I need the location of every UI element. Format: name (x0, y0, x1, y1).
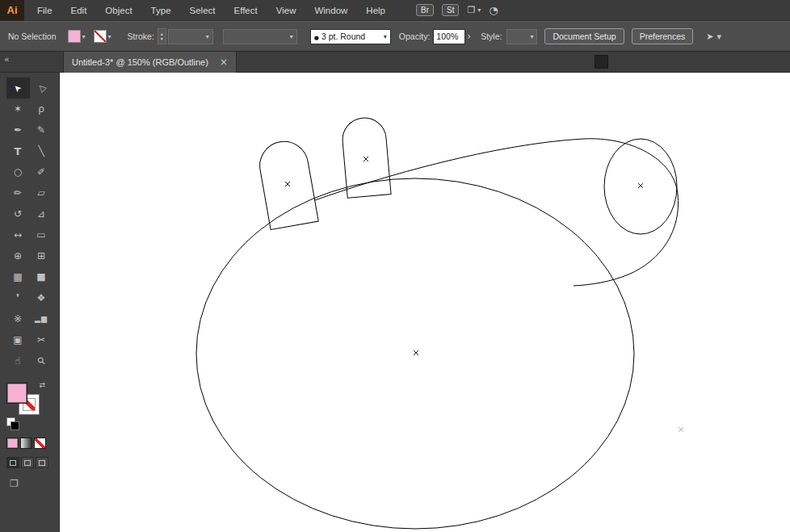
menu-view[interactable]: View (276, 6, 296, 15)
style-dropdown[interactable]: ▾ (506, 29, 537, 44)
zoom-tool[interactable]: ⚲ (30, 350, 53, 371)
document-tab-bar: « Untitled-3* @ 150% (RGB/Outline) × (0, 52, 790, 73)
stroke-color-combo[interactable]: ▾ (94, 30, 111, 43)
perspective-grid-tool-icon: ⊞ (37, 250, 45, 262)
chevron-down-icon[interactable]: ▾ (82, 33, 86, 40)
ellipse-tool[interactable]: ○ (6, 161, 30, 182)
selection-tool[interactable]: ➤ (6, 77, 30, 98)
hand-tool[interactable]: ☝ (6, 350, 30, 371)
width-profile-dropdown[interactable]: ▾ (223, 29, 297, 44)
menu-window[interactable]: Window (314, 6, 347, 15)
close-tab-icon[interactable]: × (220, 57, 228, 68)
menu-select[interactable]: Select (190, 6, 216, 15)
swap-fill-stroke-icon[interactable]: ⇄ (39, 381, 45, 389)
direct-selection-tool[interactable]: ▷ (30, 77, 53, 98)
chevron-down-icon[interactable]: ▾ (717, 31, 722, 42)
draw-inside-button[interactable] (36, 457, 48, 468)
screen-mode-button[interactable]: ❐ (10, 478, 59, 489)
stroke-label: Stroke: (128, 31, 154, 41)
collapse-panel-icon[interactable]: « (4, 54, 10, 65)
direct-selection-tool-icon: ▷ (35, 82, 47, 94)
chevron-down-icon: ▾ (384, 33, 387, 40)
stroke-weight-stepper[interactable]: ▴ ▾ (158, 28, 166, 44)
color-button[interactable] (6, 438, 19, 449)
panel-dock-tab[interactable] (595, 55, 608, 69)
brush-definition-value: 3 pt. Round (321, 31, 365, 41)
paintbrush-tool[interactable]: ✐ (30, 161, 53, 182)
mesh-tool[interactable]: ▦ (6, 266, 30, 287)
selection-status: No Selection (8, 31, 57, 41)
width-tool[interactable]: ↔ (6, 224, 30, 245)
head-outline[interactable] (315, 139, 679, 286)
tools-panel: ➤▷✶ρ✒✎T╲○✐✏▱↺⊿↔▭⊕⊞▦■❜❖※▂▆▣✂☝⚲ ⇄ ❐ (0, 73, 60, 532)
gradient-tool[interactable]: ■ (30, 266, 53, 287)
tools-grid: ➤▷✶ρ✒✎T╲○✐✏▱↺⊿↔▭⊕⊞▦■❜❖※▂▆▣✂☝⚲ (0, 77, 59, 371)
fill-indicator-swatch[interactable] (6, 383, 27, 404)
rotate-tool[interactable]: ↺ (6, 203, 30, 224)
perspective-grid-tool[interactable]: ⊞ (30, 245, 53, 266)
symbol-sprayer-tool[interactable]: ※ (6, 308, 30, 329)
drawing-mode-row (6, 457, 59, 468)
shaper-tool[interactable]: ✏ (6, 182, 30, 203)
slice-tool[interactable]: ✂ (30, 329, 53, 350)
document-tab[interactable]: Untitled-3* @ 150% (RGB/Outline) × (63, 52, 237, 73)
eraser-tool[interactable]: ▱ (30, 182, 53, 203)
eyedropper-tool[interactable]: ❜ (6, 287, 30, 308)
gradient-button[interactable] (20, 438, 32, 449)
default-fill-stroke-icon[interactable] (6, 417, 15, 426)
curvature-tool[interactable]: ✎ (30, 119, 53, 140)
chevron-down-icon[interactable]: ▾ (108, 33, 111, 40)
opacity-panel-arrow-icon[interactable]: › (467, 31, 471, 42)
none-button[interactable] (34, 438, 46, 449)
eraser-tool-icon: ▱ (37, 187, 44, 199)
free-transform-tool-icon: ▭ (36, 229, 45, 241)
draw-behind-button[interactable] (21, 457, 34, 468)
shape-builder-tool-icon: ⊕ (14, 250, 22, 262)
gradient-tool-icon: ■ (36, 271, 45, 283)
type-tool[interactable]: T (6, 140, 30, 161)
slice-tool-icon: ✂ (37, 334, 45, 346)
shaper-tool-icon: ✏ (14, 187, 22, 199)
menubar: Ai FileEditObjectTypeSelectEffectViewWin… (0, 0, 790, 21)
menu-help[interactable]: Help (366, 6, 385, 15)
stock-button[interactable]: St (442, 4, 459, 16)
brush-definition-dropdown[interactable]: ● 3 pt. Round ▾ (310, 29, 391, 44)
artboard-canvas[interactable] (60, 73, 790, 532)
artboard-tool[interactable]: ▣ (6, 329, 30, 350)
workspace-switcher[interactable]: ❐ ▾ (467, 5, 481, 15)
more-tools-icon[interactable]: ➤ (706, 31, 713, 42)
menu-type[interactable]: Type (151, 6, 171, 15)
fill-color-swatch[interactable] (68, 30, 81, 43)
free-transform-tool[interactable]: ▭ (30, 224, 53, 245)
document-setup-button[interactable]: Document Setup (544, 28, 624, 44)
step-down-icon[interactable]: ▾ (158, 36, 166, 41)
paint-mode-row (6, 438, 59, 449)
illustrator-logo-icon[interactable]: Ai (0, 0, 24, 21)
menu-edit[interactable]: Edit (71, 6, 87, 15)
bridge-button[interactable]: Br (416, 4, 434, 16)
draw-normal-button[interactable] (6, 457, 19, 468)
menu-list: FileEditObjectTypeSelectEffectViewWindow… (37, 6, 385, 15)
ear-right[interactable] (341, 116, 391, 198)
magic-wand-tool-icon: ✶ (14, 103, 22, 115)
column-graph-tool[interactable]: ▂▆ (30, 308, 53, 329)
line-segment-tool[interactable]: ╲ (30, 140, 53, 161)
blend-tool[interactable]: ❖ (30, 287, 53, 308)
touch-workspace-icon[interactable]: ◔ (489, 4, 498, 16)
head-circle[interactable] (604, 139, 677, 234)
menu-file[interactable]: File (37, 6, 53, 15)
control-bar-end-group: ➤ ▾ (706, 31, 721, 42)
pen-tool[interactable]: ✒ (6, 119, 30, 140)
opacity-input[interactable] (433, 29, 465, 44)
shape-builder-tool[interactable]: ⊕ (6, 245, 30, 266)
magic-wand-tool[interactable]: ✶ (6, 98, 30, 119)
menu-effect[interactable]: Effect (234, 6, 258, 15)
stroke-weight-dropdown[interactable]: ▾ (168, 29, 213, 44)
preferences-button[interactable]: Preferences (632, 28, 694, 44)
lasso-tool[interactable]: ρ (30, 98, 53, 119)
scale-tool[interactable]: ⊿ (30, 203, 53, 224)
chevron-down-icon: ▾ (290, 33, 293, 40)
menu-object[interactable]: Object (105, 6, 132, 15)
stroke-none-swatch[interactable] (94, 30, 107, 43)
fill-color-combo[interactable]: ▾ (68, 30, 86, 43)
